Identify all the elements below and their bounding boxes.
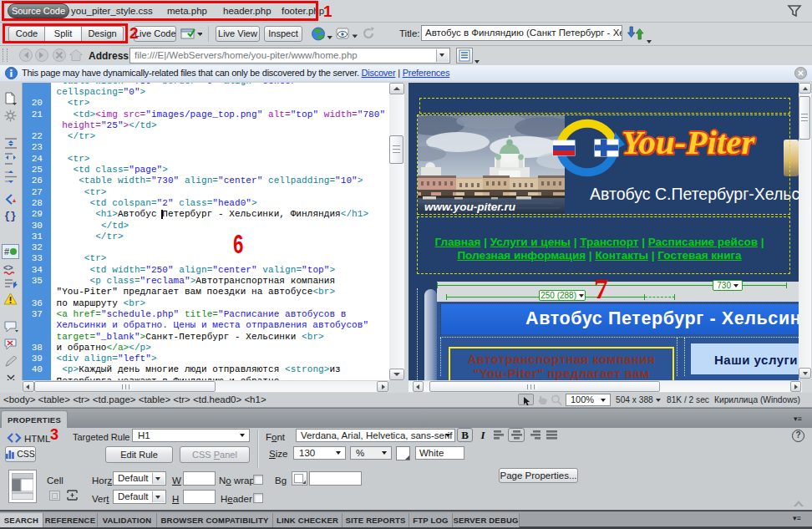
- svg-text:#: #: [4, 247, 9, 257]
- svg-text:<>: <>: [3, 263, 13, 272]
